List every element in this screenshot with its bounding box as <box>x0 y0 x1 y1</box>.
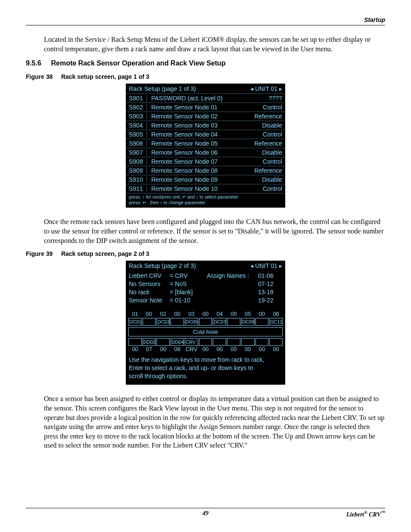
param-code: S908 <box>129 158 147 165</box>
param-code: S905 <box>129 131 147 138</box>
param-value[interactable]: Disable <box>262 122 282 129</box>
rack-slot[interactable]: CRV <box>185 338 198 346</box>
param-code: S904 <box>129 122 147 129</box>
param-label: Remote Sensor Node 07 <box>151 158 263 165</box>
rack-slot[interactable] <box>255 338 269 346</box>
parameter-row[interactable]: S905Remote Sensor Node 04Control <box>126 130 285 139</box>
figure38-num: Figure 38 <box>26 73 59 80</box>
rack-index: 02 <box>156 311 170 317</box>
rack-slot[interactable]: DD04 <box>171 338 184 346</box>
rack-slot[interactable]: DC09 <box>241 318 255 326</box>
param-value[interactable]: Reference <box>254 140 282 147</box>
param-label: PASSWORD (act. Level 0) <box>151 95 269 102</box>
rack-slot[interactable] <box>171 318 184 326</box>
parameter-row[interactable]: S901PASSWORD (act. Level 0)???? <box>126 93 285 103</box>
param-code: S911 <box>129 185 147 192</box>
rack-index: 00 <box>199 311 213 317</box>
header-section: Startup <box>26 16 385 23</box>
rack-setup-screen-1: Rack Setup (page 1 of 3) ◂ UNIT 01 ▸ S90… <box>126 84 285 208</box>
param-code: S909 <box>129 167 147 174</box>
paragraph-after-fig38: Once the remote rack sensors have been c… <box>44 217 385 245</box>
rack-slot[interactable] <box>199 338 212 346</box>
param-value[interactable]: Control <box>263 185 282 192</box>
rack-index: 00 <box>227 346 241 352</box>
rack-slot[interactable]: DC07 <box>213 318 226 326</box>
rack-slot[interactable] <box>128 338 142 346</box>
param-value[interactable]: Control <box>263 131 282 138</box>
rack-slot[interactable]: DC05 <box>185 318 198 326</box>
param-code: S903 <box>129 113 147 120</box>
rack-index: CRV <box>184 346 199 352</box>
rack-slot[interactable] <box>227 318 240 326</box>
assign-names-ranges[interactable]: 01-06 07-12 13-18 19-22 <box>258 272 282 305</box>
rack-slot[interactable] <box>156 338 170 346</box>
parameter-row[interactable]: S910Remote Sensor Node 09Disable <box>126 175 285 184</box>
assign-names-label: Assign Names : <box>204 272 258 305</box>
rack-slot[interactable] <box>199 318 212 326</box>
paragraph-after-fig39: Once a sensor has been assigned to eithe… <box>44 394 385 450</box>
rack-index: 00 <box>255 346 269 352</box>
parameter-row[interactable]: S904Remote Sensor Node 03Disable <box>126 121 285 130</box>
rack-slot[interactable] <box>269 338 283 346</box>
parameter-row[interactable]: S911Remote Sensor Node 10Control <box>126 184 285 193</box>
param-label: Remote Sensor Node 06 <box>151 149 262 156</box>
legend-values: = CRV = NoS = [blank] = 01-10 <box>170 272 204 305</box>
screen1-hint-2: press: ↵ , then ↕ to change parameter <box>129 200 282 205</box>
parameter-row[interactable]: S907Remote Sensor Node 06Disable <box>126 148 285 157</box>
rule-top <box>26 25 385 25</box>
page-number: 49 <box>146 510 265 518</box>
rack-index: 01 <box>128 311 142 317</box>
param-value[interactable]: ???? <box>269 95 282 102</box>
param-code: S910 <box>129 176 147 183</box>
rack-index: 05 <box>241 311 255 317</box>
figure38-caption: Figure 38 Rack setup screen, page 1 of 3 <box>26 73 385 80</box>
rack-index: 00 <box>156 346 170 352</box>
param-code: S907 <box>129 149 147 156</box>
rack-index: 00 <box>227 311 241 317</box>
parameter-row[interactable]: S906Remote Sensor Node 05Reference <box>126 139 285 148</box>
parameter-row[interactable]: S908Remote Sensor Node 07Control <box>126 157 285 166</box>
paragraph-intro: Located in the Service / Rack Setup Menu… <box>44 35 385 53</box>
rack-index: 00 <box>241 346 255 352</box>
rack-slot[interactable]: DC03 <box>156 318 170 326</box>
rack-bottom-row[interactable]: DD02DD04CRV <box>126 338 285 346</box>
rack-index: 08 <box>170 346 184 352</box>
param-value[interactable]: Disable <box>262 149 282 156</box>
section-heading: 9.5.6 Remote Rack Sensor Operation and R… <box>26 59 385 67</box>
rack-index: 06 <box>269 311 283 317</box>
section-title: Remote Rack Sensor Operation and Rack Vi… <box>51 59 225 67</box>
param-label: Remote Sensor Node 03 <box>151 122 262 129</box>
rack-index: 00 <box>142 311 156 317</box>
rack-top-row[interactable]: DC01DC03DC05DC07DC09DC11 <box>126 318 285 326</box>
rack-slot[interactable] <box>143 318 156 326</box>
param-value[interactable]: Control <box>263 158 282 165</box>
rack-index: 03 <box>184 311 199 317</box>
screen2-title: Rack Setup (page 2 of 3) <box>129 262 250 269</box>
rack-slot[interactable] <box>213 338 226 346</box>
parameter-row[interactable]: S902Remote Sensor Node 01Control <box>126 103 285 112</box>
param-label: Remote Sensor Node 01 <box>151 104 263 111</box>
parameter-row[interactable]: S903Remote Sensor Node 02Reference <box>126 112 285 121</box>
section-number: 9.5.6 <box>26 59 49 67</box>
param-value[interactable]: Reference <box>254 113 282 120</box>
figure39-title: Rack setup screen, page 2 of 3 <box>61 250 149 257</box>
param-value[interactable]: Disable <box>262 176 282 183</box>
screen1-unit-indicator[interactable]: ◂ UNIT 01 ▸ <box>250 85 282 92</box>
figure38-title: Rack setup screen, page 1 of 3 <box>61 73 149 80</box>
rack-slot[interactable]: DC01 <box>128 318 142 326</box>
rack-index: 00 <box>170 311 184 317</box>
param-value[interactable]: Reference <box>254 167 282 174</box>
rack-slot[interactable] <box>241 338 255 346</box>
screen2-unit-indicator[interactable]: ◂ UNIT 01 ▸ <box>250 262 282 269</box>
screen2-instructions: Use the navigation keys to move from rac… <box>126 354 285 385</box>
parameter-row[interactable]: S909Remote Sensor Node 08Reference <box>126 166 285 175</box>
rack-slot[interactable] <box>227 338 240 346</box>
param-code: S902 <box>129 104 147 111</box>
rack-setup-screen-2: Rack Setup (page 2 of 3) ◂ UNIT 01 ▸ Lie… <box>126 261 285 385</box>
rack-slot[interactable]: DC11 <box>269 318 283 326</box>
rack-slot[interactable]: DD02 <box>143 338 156 346</box>
figure39-caption: Figure 39 Rack setup screen, page 2 of 3 <box>26 250 385 257</box>
param-value[interactable]: Control <box>263 104 282 111</box>
rack-slot[interactable] <box>255 318 269 326</box>
param-label: Remote Sensor Node 09 <box>151 176 262 183</box>
